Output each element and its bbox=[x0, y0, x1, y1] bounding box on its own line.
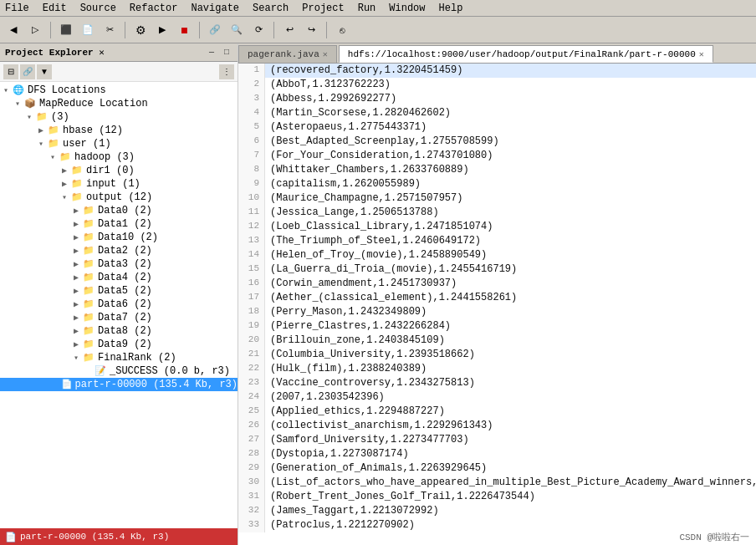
tree-item-dir1[interactable]: ▶📁dir1 (0) bbox=[0, 164, 238, 177]
tree-arrow-data10[interactable]: ▶ bbox=[70, 232, 82, 242]
toolbar-btn-11[interactable]: ⟳ bbox=[248, 20, 268, 40]
tree-item-data7[interactable]: ▶📁Data7 (2) bbox=[0, 311, 238, 324]
menu-search[interactable]: Search bbox=[251, 3, 290, 14]
line-number-4: 4 bbox=[238, 106, 265, 120]
tree-arrow-root3[interactable]: ▾ bbox=[23, 112, 35, 122]
filter-button[interactable]: ▼ bbox=[37, 64, 52, 79]
tree-item-partfile[interactable]: 📄part-r-00000 (135.4 Kb, r3) bbox=[0, 378, 238, 391]
tab-0[interactable]: pagerank.java✕ bbox=[238, 45, 337, 63]
toolbar-btn-10[interactable]: 🔍 bbox=[227, 20, 247, 40]
tree-item-data0[interactable]: ▶📁Data0 (2) bbox=[0, 204, 238, 217]
toolbar-btn-1[interactable]: ◀ bbox=[3, 20, 23, 40]
tree-arrow-hbase[interactable]: ▶ bbox=[35, 125, 47, 135]
tree-item-mr[interactable]: ▾📦MapReduce Location bbox=[0, 97, 238, 110]
menu-window[interactable]: Window bbox=[387, 3, 427, 14]
code-line-18: 18(Perry_Mason,1.2432349809) bbox=[238, 305, 756, 319]
line-number-28: 28 bbox=[238, 447, 265, 461]
tree-arrow-dfs[interactable]: ▾ bbox=[0, 85, 12, 95]
line-content-13: (The_Triumph_of_Steel,1.2460649172) bbox=[265, 234, 481, 248]
toolbar-btn-4[interactable]: 📄 bbox=[78, 20, 98, 40]
tree-item-root3[interactable]: ▾📁(3) bbox=[0, 110, 238, 124]
tree-item-data4[interactable]: ▶📁Data4 (2) bbox=[0, 271, 238, 284]
menu-navigate[interactable]: Navigate bbox=[189, 3, 241, 14]
tree-item-data6[interactable]: ▶📁Data6 (2) bbox=[0, 298, 238, 311]
tree-item-data10[interactable]: ▶📁Data10 (2) bbox=[0, 231, 238, 244]
tab-1[interactable]: hdfs://localhost:9000/user/hadoop/output… bbox=[339, 45, 713, 63]
main-area: Project Explorer ✕ — □ ⊟ 🔗 ▼ ⋮ ▾🌐DFS Loc… bbox=[0, 43, 756, 545]
toolbar-btn-export[interactable]: ⎋ bbox=[332, 20, 352, 40]
toolbar-btn-2[interactable]: ▷ bbox=[25, 20, 45, 40]
toolbar-btn-9[interactable]: 🔗 bbox=[205, 20, 225, 40]
code-line-22: 22(Hulk_(film),1.2388240389) bbox=[238, 362, 756, 376]
tree-arrow-data3[interactable]: ▶ bbox=[70, 259, 82, 269]
menu-help[interactable]: Help bbox=[437, 3, 465, 14]
tree-item-success[interactable]: 📝_SUCCESS (0.0 b, r3) bbox=[0, 364, 238, 378]
menu-refactor[interactable]: Refactor bbox=[128, 3, 180, 14]
tree-item-data8[interactable]: ▶📁Data8 (2) bbox=[0, 324, 238, 338]
toolbar-btn-3[interactable]: ⬛ bbox=[56, 20, 76, 40]
tree-item-dfs[interactable]: ▾🌐DFS Locations bbox=[0, 84, 238, 97]
code-line-32: 32(James_Taggart,1.2213072992) bbox=[238, 504, 756, 518]
line-number-6: 6 bbox=[238, 135, 265, 149]
tree-item-data5[interactable]: ▶📁Data5 (2) bbox=[0, 284, 238, 298]
tree-item-data3[interactable]: ▶📁Data3 (2) bbox=[0, 257, 238, 271]
tree-label-dfs: DFS Locations bbox=[28, 84, 106, 96]
toolbar-btn-6[interactable]: ⚙ bbox=[130, 20, 151, 40]
menu-run[interactable]: Run bbox=[356, 3, 378, 14]
menu-file[interactable]: File bbox=[3, 3, 31, 14]
link-editor-button[interactable]: 🔗 bbox=[20, 64, 35, 79]
toolbar-btn-13[interactable]: ↪ bbox=[301, 20, 321, 40]
line-content-6: (Best_Adapted_Screenplay,1.2755708599) bbox=[265, 135, 499, 149]
line-number-33: 33 bbox=[238, 518, 265, 532]
line-content-32: (James_Taggart,1.2213072992) bbox=[265, 504, 439, 518]
toolbar-btn-5[interactable]: ✂ bbox=[100, 20, 120, 40]
tree-icon-data9: 📁 bbox=[82, 339, 95, 350]
toolbar-btn-12[interactable]: ↩ bbox=[279, 20, 299, 40]
tree-arrow-data9[interactable]: ▶ bbox=[70, 339, 82, 349]
tree-arrow-data0[interactable]: ▶ bbox=[70, 206, 82, 216]
tab-close-0[interactable]: ✕ bbox=[323, 49, 328, 59]
code-line-33: 33(Patroclus,1.2212270902) bbox=[238, 518, 756, 532]
tree-container[interactable]: ▾🌐DFS Locations▾📦MapReduce Location▾📁(3)… bbox=[0, 82, 238, 528]
tree-arrow-mr[interactable]: ▾ bbox=[12, 99, 23, 109]
tree-arrow-dir1[interactable]: ▶ bbox=[59, 166, 70, 176]
line-number-30: 30 bbox=[238, 476, 265, 490]
tree-item-input1[interactable]: ▶📁input (1) bbox=[0, 177, 238, 191]
tree-item-data2[interactable]: ▶📁Data2 (2) bbox=[0, 244, 238, 257]
tree-arrow-input1[interactable]: ▶ bbox=[59, 179, 70, 189]
tree-arrow-data8[interactable]: ▶ bbox=[70, 326, 82, 336]
minimize-icon[interactable]: — bbox=[206, 47, 217, 59]
tab-close-1[interactable]: ✕ bbox=[699, 49, 704, 59]
tree-arrow-data6[interactable]: ▶ bbox=[70, 299, 82, 309]
tree-arrow-user1[interactable]: ▾ bbox=[35, 139, 47, 149]
tree-item-data9[interactable]: ▶📁Data9 (2) bbox=[0, 338, 238, 351]
tree-item-hadoop3[interactable]: ▾📁hadoop (3) bbox=[0, 150, 238, 164]
menu-edit[interactable]: Edit bbox=[41, 3, 69, 14]
menu-source[interactable]: Source bbox=[79, 3, 118, 14]
tree-arrow-hadoop3[interactable]: ▾ bbox=[47, 152, 59, 162]
view-menu-button[interactable]: ⋮ bbox=[219, 64, 234, 79]
tree-arrow-data1[interactable]: ▶ bbox=[70, 219, 82, 229]
tree-icon-data10: 📁 bbox=[82, 232, 95, 243]
tree-item-data1[interactable]: ▶📁Data1 (2) bbox=[0, 217, 238, 231]
tree-icon-data7: 📁 bbox=[82, 312, 95, 323]
tree-item-user1[interactable]: ▾📁user (1) bbox=[0, 137, 238, 150]
tree-icon-root3: 📁 bbox=[35, 111, 49, 123]
line-content-8: (Whittaker_Chambers,1.2633760889) bbox=[265, 163, 469, 177]
tree-arrow-data5[interactable]: ▶ bbox=[70, 286, 82, 296]
code-line-28: 28(Dystopia,1.2273087174) bbox=[238, 447, 756, 461]
tree-arrow-data2[interactable]: ▶ bbox=[70, 246, 82, 256]
tree-item-hbase[interactable]: ▶📁hbase (12) bbox=[0, 124, 238, 137]
tree-item-finalrank[interactable]: ▾📁FinalRank (2) bbox=[0, 351, 238, 364]
tree-arrow-finalrank[interactable]: ▾ bbox=[70, 353, 82, 363]
maximize-icon[interactable]: □ bbox=[221, 47, 232, 59]
toolbar-btn-7[interactable]: ▶ bbox=[152, 20, 172, 40]
tree-arrow-data7[interactable]: ▶ bbox=[70, 313, 82, 323]
editor-content[interactable]: 1(recovered_factory,1.3220451459)2(AbboT… bbox=[238, 64, 756, 545]
tree-item-output12[interactable]: ▾📁output (12) bbox=[0, 191, 238, 204]
tree-arrow-data4[interactable]: ▶ bbox=[70, 272, 82, 283]
toolbar-btn-8[interactable]: ⏹ bbox=[174, 20, 194, 40]
collapse-all-button[interactable]: ⊟ bbox=[3, 64, 18, 79]
menu-project[interactable]: Project bbox=[300, 3, 345, 14]
tree-arrow-output12[interactable]: ▾ bbox=[59, 192, 70, 202]
